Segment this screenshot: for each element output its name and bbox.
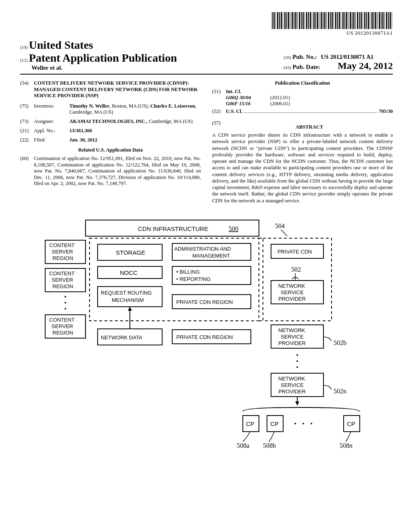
ref-502n: 502n <box>334 388 346 395</box>
header-row: (19) United States (12) Patent Applicati… <box>20 39 393 71</box>
csr-n-l2: SERVER <box>52 323 73 329</box>
biblio-columns: (54) CONTENT DELIVERY NETWORK SERVICE PR… <box>20 80 393 204</box>
ref-502b: 502b <box>334 339 346 346</box>
barcode <box>272 12 393 29</box>
csr-2-l2: SERVER <box>52 277 73 283</box>
csr-2-l1: CONTENT <box>49 270 75 276</box>
svg-marker-13 <box>295 401 299 405</box>
uscl-code: (52) <box>212 108 226 114</box>
cp-n-label: CP <box>347 420 355 427</box>
filed-code: (22) <box>20 137 34 143</box>
ref-500: 500 <box>229 225 238 232</box>
nsp-1-l1: NETWORK <box>278 283 305 289</box>
intcl-2: G06F 15/16 <box>226 101 270 107</box>
svg-point-4 <box>65 302 66 303</box>
rr-l2: MECHANISM <box>112 297 144 303</box>
intcl-block: (51) Int. Cl. G06Q 30/04(2012.01) G06F 1… <box>212 89 393 107</box>
csr-1-l3: REGION <box>52 255 73 261</box>
filed-value: Jan. 30, 2012 <box>69 137 97 143</box>
svg-point-5 <box>65 308 66 310</box>
nocc-label: NOCC <box>120 269 138 276</box>
pubno-code: (10) <box>284 55 291 60</box>
related-code: (60) <box>20 156 34 187</box>
intcl-code: (51) <box>212 89 226 107</box>
pubtype: Patent Application Publication <box>29 52 177 64</box>
pubdate: May 24, 2012 <box>338 60 393 71</box>
title-54: CONTENT DELIVERY NETWORK SERVICE PROVIDE… <box>34 80 201 99</box>
related-body: Continuation of application No. 12/951,0… <box>34 156 201 187</box>
nsp-1-l2: SERVICE <box>281 289 304 295</box>
svg-point-9 <box>296 354 298 356</box>
netdata-label: NETWORK DATA <box>101 335 142 341</box>
rr-l1: REQUEST ROUTING <box>101 290 152 296</box>
ref-508n: 508n <box>340 442 353 449</box>
intcl-1: G06Q 30/04 <box>226 95 270 101</box>
svg-point-16 <box>311 423 312 424</box>
assignee-code: (73) <box>20 118 34 125</box>
storage-label: STORAGE <box>116 249 145 256</box>
pubdate-label: Pub. Date: <box>292 64 320 70</box>
intcl-2b: (2006.01) <box>270 101 290 107</box>
cdn-infra-title: CDN INFRASTRUCTURE <box>138 225 208 232</box>
nsp-n-l1: NETWORK <box>278 376 305 382</box>
nsp-2-l2: SERVICE <box>281 334 304 340</box>
uscl-label: U.S. Cl. <box>226 108 242 114</box>
pubno-label: Pub. No.: <box>292 54 317 60</box>
intcl-label: Int. Cl. <box>226 89 241 94</box>
csr-2-l3: REGION <box>52 283 73 289</box>
cp-a-label: CP <box>246 420 254 427</box>
csr-n-l1: CONTENT <box>49 317 75 323</box>
csr-n-l3: REGION <box>52 330 73 336</box>
ref-502: 502 <box>291 266 301 273</box>
inventor-1: Timothy N. Weller <box>69 103 109 109</box>
svg-point-10 <box>296 360 298 362</box>
right-column: Publication Classification (51) Int. Cl.… <box>212 80 393 204</box>
pubclass-head: Publication Classification <box>212 80 393 86</box>
svg-marker-7 <box>128 307 132 311</box>
pubno: US 2012/0130871 A1 <box>321 54 373 60</box>
figure: CDN INFRASTRUCTURE 500 504 CONTENT SERVE… <box>20 216 393 458</box>
related-head: Related U.S. Application Data <box>20 147 201 153</box>
admin-l1: ADMINISTRATION AND <box>174 246 231 252</box>
applno-value: 13/361,366 <box>69 128 92 133</box>
inventor-1-loc: , Boston, MA (US); <box>109 103 150 109</box>
csr-1-l2: SERVER <box>52 249 73 255</box>
ref-508a: 508a <box>237 442 249 449</box>
nsp-1-l3: PROVIDER <box>278 296 306 302</box>
inventors-value: Timothy N. Weller, Boston, MA (US); Char… <box>69 103 201 115</box>
country-code: (19) <box>20 45 27 50</box>
abstract-head: ABSTRACT <box>226 124 393 130</box>
assignee-name: AKAMAI TECHNOLOGIES, INC. <box>69 118 146 124</box>
pcdn-region-2-label: PRIVATE CDN REGION <box>176 334 233 340</box>
inventors-code: (75) <box>20 103 34 115</box>
billing-label: • BILLING <box>176 269 200 275</box>
filed-label: Filed: <box>34 137 69 143</box>
nsp-2-l1: NETWORK <box>278 327 305 333</box>
inventors-label: Inventors: <box>34 103 69 115</box>
uscl-dots <box>244 112 377 113</box>
svg-point-11 <box>296 366 298 368</box>
divider <box>20 74 393 75</box>
uscl-val: 705/30 <box>379 108 393 114</box>
pub-id-under-barcode: US 20120130871A1 <box>346 30 393 36</box>
applno-code: (21) <box>20 128 34 134</box>
barcode-block: US 20120130871A1 <box>20 12 393 36</box>
intcl-1b: (2012.01) <box>270 95 290 101</box>
authors-line: Weller et al. <box>31 64 177 71</box>
nsp-2-l3: PROVIDER <box>278 340 306 346</box>
nsp-n-l2: SERVICE <box>281 382 304 388</box>
svg-point-3 <box>65 296 66 297</box>
private-cdn-label: PRIVATE CDN <box>277 249 312 255</box>
abstract-body: A CDN service provider shares its CDN in… <box>212 132 393 204</box>
assignee-label: Assignee: <box>34 118 69 125</box>
admin-l2: MANAGEMENT <box>192 253 230 259</box>
applno-label: Appl. No.: <box>34 128 69 134</box>
svg-point-15 <box>302 423 304 424</box>
cp-b-label: CP <box>270 420 279 427</box>
svg-point-14 <box>294 423 296 424</box>
title-code: (54) <box>20 80 34 99</box>
ref-504: 504 <box>275 222 285 229</box>
nsp-n-l3: PROVIDER <box>278 389 306 395</box>
pubtype-code: (12) <box>20 58 27 62</box>
left-column: (54) CONTENT DELIVERY NETWORK SERVICE PR… <box>20 80 201 204</box>
